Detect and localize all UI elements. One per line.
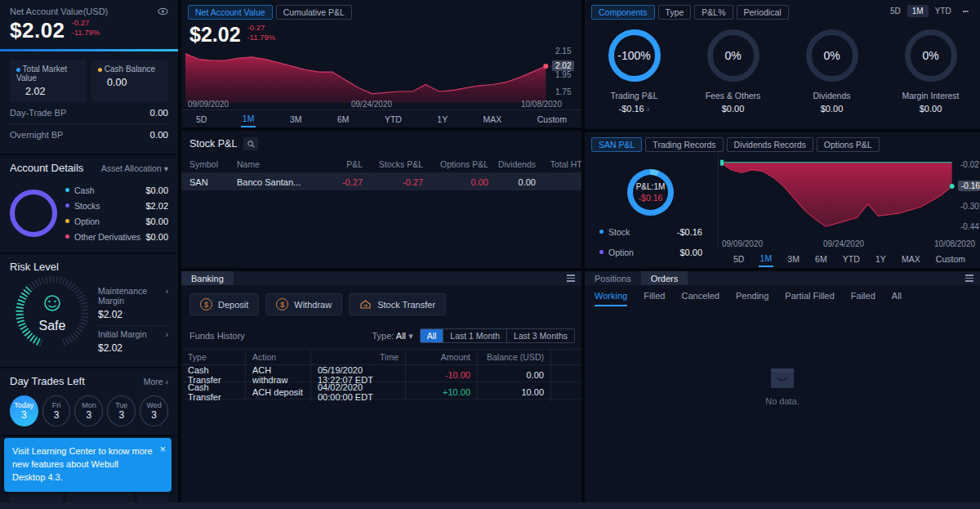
- range-3m[interactable]: 3M: [786, 252, 801, 266]
- range-max[interactable]: MAX: [900, 252, 922, 266]
- filter-last-1-month[interactable]: Last 1 Month: [443, 329, 506, 342]
- day-trade-circle-today[interactable]: Today3: [10, 395, 38, 426]
- cash-balance-card[interactable]: Cash Balance 0.00: [91, 60, 168, 102]
- withdraw-button[interactable]: $Withdraw: [265, 293, 342, 315]
- risk-status: Safe: [10, 319, 95, 333]
- day-trade-circle-wed[interactable]: Wed3: [140, 395, 168, 426]
- net-account-value-chart[interactable]: [185, 49, 551, 103]
- stock-pl-panel: Stock P&L SymbolName P&LStocks P&L Optio…: [181, 131, 581, 268]
- subtab-all[interactable]: All: [892, 291, 902, 306]
- y-tick: 1.75: [555, 87, 571, 96]
- y-tick: 1.95: [555, 70, 571, 79]
- san-pl-chart[interactable]: [720, 159, 956, 237]
- funds-row-withdraw[interactable]: Cash TransferACH withdraw 05/19/2020 13:…: [181, 365, 581, 382]
- chevron-right-icon: ›: [166, 377, 169, 386]
- pl-components-panel: Components Type P&L% Periodical 5D 1M YT…: [585, 0, 980, 129]
- day-trade-circle-mon[interactable]: Mon3: [74, 395, 103, 426]
- chevron-right-icon: ›: [166, 329, 169, 339]
- tab-trading-records[interactable]: Trading Records: [645, 137, 723, 152]
- type-filter-dropdown[interactable]: Type: All ▾: [372, 331, 412, 342]
- stock-transfer-button[interactable]: Stock Transfer: [349, 293, 446, 315]
- bp-value: 0.00: [150, 130, 168, 140]
- range-5d[interactable]: 5D: [885, 5, 906, 17]
- subtab-working[interactable]: Working: [595, 291, 627, 306]
- range-6m[interactable]: 6M: [336, 112, 351, 127]
- day-trade-circle-fri[interactable]: Fri3: [42, 395, 71, 426]
- range-1m[interactable]: 1M: [241, 111, 256, 127]
- learning-center-toast[interactable]: Visit Learning Center to know more new f…: [4, 438, 172, 492]
- bp-label: Overnight BP: [10, 130, 63, 140]
- range-max[interactable]: MAX: [482, 112, 504, 127]
- fees-others-ring-block[interactable]: 0% Fees & Others $0.00: [684, 29, 782, 114]
- more-icon[interactable]: •••: [958, 7, 973, 16]
- tab-orders[interactable]: Orders: [641, 271, 688, 285]
- trading-pl-ring-block[interactable]: -100% Trading P&L -$0.16 ›: [585, 29, 684, 114]
- maintenance-margin-row[interactable]: Maintenance Margin› $2.02: [98, 283, 168, 325]
- initial-margin-row[interactable]: Initial Margin› $2.02: [98, 325, 168, 359]
- tab-cumulative-pl[interactable]: Cumulative P&L: [276, 5, 352, 20]
- tab-banking[interactable]: Banking: [181, 271, 234, 285]
- san-pl-panel: SAN P&L Trading Records Dividends Record…: [585, 132, 980, 268]
- legend-row-option: Option$0.00: [599, 244, 702, 260]
- range-1y[interactable]: 1Y: [435, 112, 449, 127]
- total-market-value-card[interactable]: Total Market Value 2.02: [10, 60, 87, 102]
- range-ytd[interactable]: YTD: [841, 252, 862, 266]
- risk-level-title: Risk Level: [10, 261, 59, 273]
- tab-net-account-value[interactable]: Net Account Value: [188, 5, 273, 20]
- y-tick: -0.02: [960, 160, 979, 169]
- tab-type[interactable]: Type: [658, 5, 692, 20]
- range-1y[interactable]: 1Y: [874, 252, 888, 266]
- menu-icon[interactable]: [965, 275, 973, 281]
- subtab-pending[interactable]: Pending: [736, 291, 768, 306]
- tab-periodical[interactable]: Periodical: [737, 5, 789, 20]
- subtab-canceled[interactable]: Canceled: [681, 291, 719, 306]
- tab-positions[interactable]: Positions: [585, 271, 641, 285]
- tab-components[interactable]: Components: [591, 5, 655, 20]
- range-1m[interactable]: 1M: [907, 5, 929, 17]
- filter-last-3-months[interactable]: Last 3 Months: [506, 329, 574, 342]
- tab-options-pl[interactable]: Options P&L: [817, 137, 880, 152]
- range-ytd[interactable]: YTD: [383, 112, 403, 127]
- dividends-ring-block[interactable]: 0% Dividends $0.00: [782, 29, 881, 114]
- range-5d[interactable]: 5D: [732, 252, 746, 266]
- deposit-button[interactable]: $Deposit: [189, 293, 259, 315]
- day-trades-more-link[interactable]: More ›: [144, 377, 168, 386]
- funds-row-deposit[interactable]: Cash TransferACH deposit 04/02/2020 00:0…: [181, 382, 581, 400]
- subtab-partial-filled[interactable]: Partial Filled: [785, 291, 835, 306]
- subtab-failed[interactable]: Failed: [851, 291, 875, 306]
- day-trade-circle-tue[interactable]: Tue3: [107, 395, 136, 426]
- dollar-circle-icon: $: [200, 298, 212, 310]
- chevron-right-icon: ›: [647, 104, 650, 114]
- no-data-text: No data.: [765, 396, 800, 406]
- options-pl-cell: 0.00: [423, 177, 488, 187]
- search-icon[interactable]: [243, 137, 258, 150]
- funds-header-row: TypeAction TimeAmount Balance (USD): [181, 349, 581, 365]
- menu-icon[interactable]: [567, 275, 575, 281]
- stock-pl-row-san[interactable]: SAN Banco Santan... -0.27 -0.27 0.00 0.0…: [181, 173, 581, 190]
- net-account-value: $2.02: [10, 18, 65, 43]
- range-1m[interactable]: 1M: [759, 251, 774, 267]
- eye-icon[interactable]: [158, 7, 168, 16]
- tab-san-pl[interactable]: SAN P&L: [591, 137, 642, 152]
- range-3m[interactable]: 3M: [288, 112, 304, 127]
- range-5d[interactable]: 5D: [194, 112, 208, 127]
- tab-pl-pct[interactable]: P&L%: [694, 5, 733, 20]
- risk-level-section: Risk Level Safe Maintenance Margin›: [0, 252, 178, 367]
- legend-row-option: Option$0.00: [65, 213, 168, 229]
- range-selector: 5D 1M 3M 6M YTD 1Y MAX Custom: [181, 109, 581, 127]
- tab-dividends-records[interactable]: Dividends Records: [727, 137, 813, 152]
- filter-all[interactable]: All: [421, 329, 443, 342]
- period-filter-group: All Last 1 Month Last 3 Months: [420, 328, 575, 343]
- range-custom[interactable]: Custom: [934, 252, 967, 266]
- range-6m[interactable]: 6M: [813, 252, 829, 266]
- range-custom[interactable]: Custom: [536, 112, 568, 127]
- subtab-filled[interactable]: Filled: [644, 291, 665, 306]
- asset-allocation-dropdown[interactable]: Asset Allocation ▾: [101, 163, 168, 173]
- account-details-title: Account Details: [10, 162, 83, 174]
- range-ytd[interactable]: YTD: [930, 5, 956, 17]
- symbol-cell: SAN: [189, 177, 237, 187]
- close-icon[interactable]: ×: [159, 442, 166, 458]
- stat-value: 0.00: [107, 77, 162, 88]
- margin-interest-ring-block[interactable]: 0% Margin Interest $0.00: [881, 29, 980, 114]
- smiley-icon: [45, 296, 60, 310]
